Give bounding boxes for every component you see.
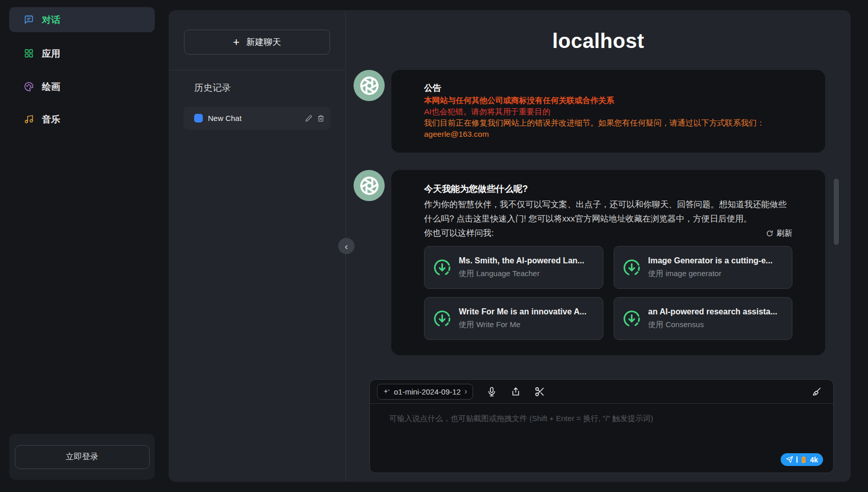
- model-name: o1-mini-2024-09-12: [394, 387, 461, 396]
- chat-item-title: New Chat: [208, 114, 305, 122]
- announcement-email-link[interactable]: ageerle@163.com: [424, 129, 792, 140]
- badge-divider: [796, 456, 797, 463]
- suggestion-card[interactable]: an AI-powered research assista... 使用 Con…: [614, 297, 793, 340]
- message-announcement: 公告 本网站与任何其他公司或商标没有任何关联或合作关系 AI也会犯错。请勿将其用…: [346, 70, 851, 153]
- edit-icon[interactable]: [305, 115, 312, 122]
- welcome-title: 今天我能为您做些什么呢?: [424, 183, 792, 195]
- announcement-line: 本网站与任何其他公司或商标没有任何关联或合作关系: [424, 95, 792, 106]
- plus-icon: +: [233, 37, 240, 48]
- microphone-icon[interactable]: [486, 386, 497, 397]
- model-selector[interactable]: o1-mini-2024-09-12 ›: [377, 384, 473, 400]
- send-button[interactable]: 4k: [781, 453, 823, 466]
- chevron-left-icon: ‹: [345, 241, 348, 251]
- music-note-icon: [24, 114, 34, 124]
- chat-bubble-icon: [24, 15, 34, 24]
- suggestion-subtitle: 使用 Write For Me: [459, 320, 587, 330]
- download-circle-icon: [433, 258, 452, 277]
- suggestion-title: Image Generator is a cutting-e...: [648, 256, 773, 265]
- download-circle-icon: [622, 309, 641, 328]
- suggestion-grid: Ms. Smith, the AI-powered Lan... 使用 Lang…: [424, 246, 792, 340]
- download-circle-icon: [433, 309, 452, 328]
- suggestion-title: an AI-powered research assista...: [648, 307, 778, 316]
- chat-list-column: + 新建聊天 历史记录 New Chat: [169, 10, 346, 482]
- new-chat-button[interactable]: + 新建聊天: [184, 30, 330, 55]
- grid-icon: [24, 48, 34, 58]
- sidebar-item-paint[interactable]: 绘画: [9, 74, 155, 99]
- composer-toolbar: o1-mini-2024-09-12 ›: [370, 380, 833, 404]
- login-card: 立即登录: [9, 434, 155, 480]
- welcome-body: 作为你的智慧伙伴，我不仅可以写文案、出点子，还可以和你聊天、回答问题。想知道我还…: [424, 197, 792, 226]
- token-count-badge: 4k: [810, 456, 818, 464]
- sidebar-item-apps[interactable]: 应用: [9, 41, 155, 66]
- sidebar-item-chat[interactable]: 对话: [9, 7, 155, 32]
- battery-icon: [801, 456, 807, 463]
- chat-main: localhost 公告 本网站与任何其他公司或商标没有任何关联或合: [346, 10, 851, 482]
- announcement-line: 我们目前正在修复我们网站上的错误并改进细节。如果您有任何疑问，请通过以下方式联系…: [424, 117, 792, 129]
- suggestion-title: Write For Me is an innovative A...: [459, 307, 587, 316]
- refresh-icon: [766, 230, 773, 237]
- main-panel: + 新建聊天 历史记录 New Chat: [169, 10, 851, 482]
- page-title: localhost: [346, 30, 851, 53]
- ask-hint: 你也可以这样问我:: [424, 228, 494, 239]
- clear-broom-icon[interactable]: [811, 386, 822, 397]
- sidebar: 对话 应用 绘画 音乐 立即登录: [0, 0, 158, 492]
- download-circle-icon: [622, 258, 641, 277]
- suggestion-card[interactable]: Ms. Smith, the AI-powered Lan... 使用 Lang…: [424, 246, 603, 289]
- scrollbar-thumb[interactable]: [834, 179, 839, 245]
- chat-avatar-square: [194, 114, 203, 122]
- announcement-title: 公告: [424, 83, 792, 94]
- composer: o1-mini-2024-09-12 ›: [369, 379, 834, 473]
- message-input[interactable]: [370, 404, 833, 452]
- sidebar-item-music[interactable]: 音乐: [9, 107, 155, 132]
- sidebar-item-label: 对话: [42, 14, 60, 26]
- collapse-sidebar-button[interactable]: ‹: [338, 238, 355, 254]
- message-welcome: 今天我能为您做些什么呢? 作为你的智慧伙伴，我不仅可以写文案、出点子，还可以和你…: [346, 170, 851, 355]
- sidebar-item-label: 应用: [42, 47, 60, 60]
- sparkle-icon: [383, 388, 390, 395]
- suggestion-subtitle: 使用 image generator: [648, 269, 773, 279]
- openai-logo-icon: [360, 76, 379, 95]
- delete-icon[interactable]: [317, 115, 324, 122]
- login-button[interactable]: 立即登录: [15, 445, 150, 469]
- suggestion-title: Ms. Smith, the AI-powered Lan...: [459, 256, 584, 265]
- upload-icon[interactable]: [510, 386, 521, 397]
- divider: [169, 70, 345, 70]
- new-chat-label: 新建聊天: [246, 36, 281, 48]
- assistant-avatar: [354, 170, 385, 201]
- sidebar-item-label: 音乐: [42, 113, 60, 126]
- refresh-label: 刷新: [777, 228, 792, 239]
- openai-logo-icon: [360, 176, 379, 195]
- suggestion-subtitle: 使用 Language Teacher: [459, 269, 584, 279]
- scissors-icon[interactable]: [534, 386, 545, 397]
- history-title: 历史记录: [194, 82, 231, 94]
- suggestion-card[interactable]: Write For Me is an innovative A... 使用 Wr…: [424, 297, 603, 340]
- announcement-line: AI也会犯错。请勿将其用于重要目的: [424, 106, 792, 117]
- sidebar-item-label: 绘画: [42, 81, 60, 93]
- suggestion-card[interactable]: Image Generator is a cutting-e... 使用 ima…: [614, 246, 793, 289]
- refresh-button[interactable]: 刷新: [766, 228, 792, 239]
- assistant-avatar: [354, 70, 385, 101]
- chat-history-item[interactable]: New Chat: [183, 107, 331, 130]
- paper-plane-icon: [786, 456, 793, 463]
- chevron-right-icon: ›: [464, 387, 467, 396]
- palette-icon: [24, 82, 34, 91]
- announcement-bubble: 公告 本网站与任何其他公司或商标没有任何关联或合作关系 AI也会犯错。请勿将其用…: [391, 70, 825, 153]
- suggestion-subtitle: 使用 Consensus: [648, 320, 778, 330]
- welcome-bubble: 今天我能为您做些什么呢? 作为你的智慧伙伴，我不仅可以写文案、出点子，还可以和你…: [391, 170, 825, 355]
